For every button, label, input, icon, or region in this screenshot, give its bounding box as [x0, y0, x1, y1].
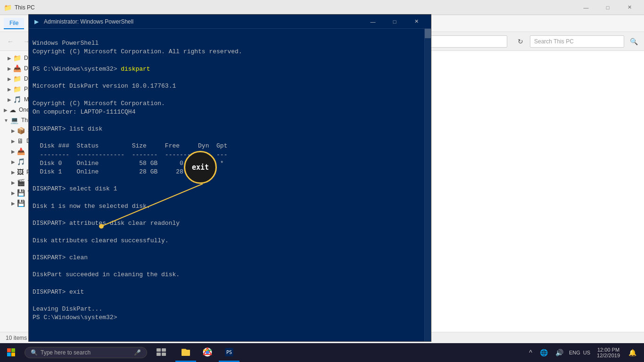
task-view-button[interactable]: [151, 343, 172, 362]
back-button[interactable]: ←: [4, 35, 17, 48]
explorer-maximize-button[interactable]: □: [597, 0, 619, 15]
svg-rect-8: [162, 348, 166, 352]
folder-icon: 📦: [17, 127, 25, 134]
expand-arrow: ▶: [11, 201, 15, 206]
expand-arrow: ▶: [11, 170, 15, 175]
ps-line-30: DISKPART> exit: [33, 288, 84, 296]
svg-text:PS: PS: [226, 350, 232, 355]
ps-line-33: PS C:\Windows\system32>: [33, 314, 117, 321]
ps-line-1: Windows PowerShell: [33, 40, 99, 47]
expand-arrow: ▶: [11, 149, 15, 154]
expand-arrow: ▶: [11, 180, 15, 185]
tab-file[interactable]: File: [4, 18, 24, 29]
ps-scrollbar-thumb[interactable]: [425, 29, 431, 38]
svg-rect-9: [157, 353, 161, 356]
language-label: ENG: [569, 350, 580, 355]
taskbar: 🔍 Type here to search 🎤: [0, 343, 644, 362]
music2-icon: 🎵: [17, 158, 25, 165]
ps-line-8: Copyright (C) Microsoft Corporation.: [33, 100, 165, 107]
expand-arrow: ▶: [11, 159, 15, 165]
expand-arrow: ▶: [8, 76, 11, 82]
clock-time: 12:00 PM: [597, 347, 619, 353]
taskbar-search-text: Type here to search: [41, 349, 91, 356]
videos-icon: 🎬: [17, 179, 25, 186]
file-explorer-icon: [181, 348, 190, 356]
ps-window-controls: — □ ✕: [362, 15, 427, 29]
region-label: US: [583, 350, 590, 355]
chrome-icon: [203, 347, 212, 357]
ps-titlebar: ▶ Administrator: Windows PowerShell — □ …: [29, 15, 431, 29]
expand-arrow: ▶: [11, 128, 15, 133]
ps-scrollbar-track: [425, 29, 431, 341]
chevron-up-icon[interactable]: ^: [527, 347, 534, 358]
ps-content: Windows PowerShell Copyright (C) Microso…: [29, 29, 431, 341]
ps-line-24: Disk attributes cleared successfully.: [33, 237, 169, 244]
explorer-titlebar: 📁 This PC — □ ✕: [0, 0, 644, 15]
usb-icon: 💾: [17, 199, 25, 207]
clock-date: 12/2/2019: [597, 353, 620, 358]
explorer-window-controls: — □ ✕: [575, 0, 640, 15]
windows-logo-icon: [7, 348, 16, 357]
ps-line-18: DISKPART> select disk 1: [33, 185, 117, 192]
ps-scrollbar[interactable]: [424, 29, 431, 341]
pictures2-icon: 🖼: [17, 168, 24, 176]
ps-line-2: Copyright (C) Microsoft Corporation. All…: [33, 48, 242, 55]
refresh-button[interactable]: ↻: [514, 35, 527, 48]
taskbar-chrome-button[interactable]: [197, 343, 218, 362]
ps-line-11: DISKPART> list disk: [33, 125, 102, 132]
svg-rect-5: [7, 353, 11, 356]
task-view-icon: [157, 348, 166, 356]
expand-arrow: ▶: [8, 66, 11, 71]
desktop-icon: 🖥: [17, 137, 24, 145]
explorer-close-button[interactable]: ✕: [619, 0, 640, 15]
ps-title: Administrator: Windows PowerShell: [44, 18, 362, 25]
clock[interactable]: 12:00 PM 12/2/2019: [594, 346, 623, 359]
ps-line-22: DISKPART> attributes disk clear readonly: [33, 220, 180, 227]
expand-arrow: ▶: [8, 56, 11, 61]
sys-tray-language: ENG US: [569, 350, 590, 355]
ps-output: Windows PowerShell Copyright (C) Microso…: [33, 31, 427, 331]
ps-line-6: Microsoft DiskPart version 10.0.17763.1: [33, 82, 176, 90]
svg-rect-3: [7, 348, 11, 352]
drive-icon: 💾: [17, 189, 25, 197]
notifications-icon[interactable]: 🔔: [627, 347, 638, 358]
ps-minimize-button[interactable]: —: [362, 15, 384, 29]
svg-rect-10: [162, 353, 166, 356]
ps-close-button[interactable]: ✕: [405, 15, 427, 29]
search-placeholder: Search This PC: [534, 38, 574, 45]
ps-window-icon: ▶: [33, 18, 40, 25]
downloads-icon: 📥: [13, 65, 21, 72]
ps-line-9: On computer: LAPTOP-1111CQH4: [33, 108, 135, 115]
folder-icon: 📁: [13, 54, 21, 62]
ps-line-26: DISKPART> clean: [33, 254, 88, 261]
expand-arrow: ▼: [4, 118, 8, 123]
exit-label: exit: [192, 163, 209, 172]
ps-line-20: Disk 1 is now the selected disk.: [33, 203, 150, 210]
status-bar-text: 10 items: [6, 335, 27, 341]
search-button[interactable]: 🔍: [627, 35, 640, 48]
folder-icon: 📁: [13, 75, 21, 82]
explorer-minimize-button[interactable]: —: [575, 0, 597, 15]
taskbar-right: ^ 🌐 🔊 ENG US 12:00 PM 12/2/2019 🔔: [527, 346, 644, 359]
ps-maximize-button[interactable]: □: [384, 15, 405, 29]
cloud-icon: ☁: [9, 106, 16, 114]
expand-arrow: ▶: [11, 190, 15, 196]
search-box[interactable]: Search This PC: [530, 35, 624, 48]
svg-rect-6: [11, 353, 15, 356]
network-icon[interactable]: 🌐: [538, 347, 550, 358]
ps-line-16: Disk 1 Online 28 GB 28 GB: [33, 168, 194, 175]
expand-arrow: ▶: [4, 107, 8, 113]
exit-circle: exit: [184, 151, 217, 184]
taskbar-apps: PS: [175, 343, 239, 362]
expand-arrow: ▶: [11, 139, 15, 144]
expand-arrow: ▶: [8, 97, 11, 102]
taskbar-search[interactable]: 🔍 Type here to search 🎤: [25, 347, 147, 358]
search-icon: 🔍: [31, 349, 38, 356]
music-icon: 🎵: [13, 96, 21, 103]
volume-icon[interactable]: 🔊: [553, 347, 565, 358]
taskbar-explorer-button[interactable]: [175, 343, 196, 362]
explorer-title: This PC: [15, 4, 35, 11]
taskbar-powershell-button[interactable]: PS: [219, 343, 239, 362]
start-button[interactable]: [0, 343, 23, 362]
explorer-window-icon: 📁: [4, 4, 12, 11]
